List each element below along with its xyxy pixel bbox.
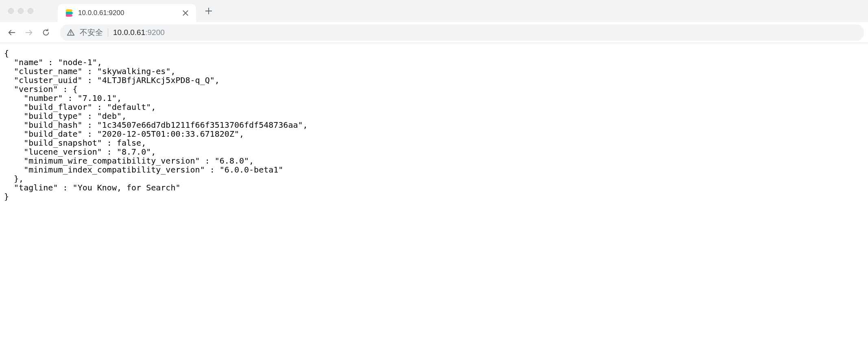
tab-title: 10.0.0.61:9200 — [78, 9, 177, 17]
traffic-light-minimize[interactable] — [18, 8, 24, 14]
svg-point-1 — [70, 34, 71, 35]
url-port: :9200 — [145, 28, 165, 37]
elasticsearch-favicon-icon — [65, 9, 73, 17]
new-tab-button[interactable] — [202, 4, 216, 18]
reload-icon — [41, 28, 50, 37]
address-bar[interactable]: 不安全 10.0.0.61:9200 — [60, 24, 864, 41]
json-name: node-1 — [63, 57, 92, 67]
close-icon — [183, 10, 188, 16]
json-build-type: deb — [102, 111, 117, 121]
arrow-right-icon — [24, 28, 33, 37]
browser-tab[interactable]: 10.0.0.61:9200 — [58, 4, 196, 22]
omnibox-divider — [108, 28, 108, 37]
traffic-lights — [0, 8, 33, 14]
json-tagline: You Know, for Search — [78, 183, 176, 192]
insecure-label: 不安全 — [80, 27, 103, 38]
forward-button[interactable] — [21, 25, 37, 40]
json-build-hash: 1c34507e66d7db1211f66f3513706fdf548736aa — [102, 120, 298, 130]
json-cluster-name: skywalking-es — [102, 66, 166, 76]
json-build-flavor: default — [112, 102, 146, 112]
insecure-warning-icon — [67, 28, 75, 37]
json-lucene-version: 8.7.0 — [122, 147, 146, 157]
traffic-light-zoom[interactable] — [28, 8, 33, 14]
window-chrome: 10.0.0.61:9200 — [0, 0, 868, 22]
traffic-light-close[interactable] — [8, 8, 14, 14]
json-response-body: { "name" : "node-1", "cluster_name" : "s… — [0, 43, 868, 207]
browser-toolbar: 不安全 10.0.0.61:9200 — [0, 22, 868, 43]
json-build-date: 2020-12-05T01:00:33.671820Z — [102, 129, 234, 139]
arrow-left-icon — [7, 28, 16, 37]
reload-button[interactable] — [38, 25, 54, 40]
json-build-snapshot: false — [117, 138, 141, 148]
tab-close-button[interactable] — [182, 10, 189, 16]
json-min-wire-compat: 6.8.0 — [220, 156, 244, 166]
json-min-index-compat: 6.0.0-beta1 — [225, 165, 278, 175]
url-text: 10.0.0.61:9200 — [113, 28, 165, 37]
back-button[interactable] — [4, 25, 20, 40]
url-host: 10.0.0.61 — [113, 28, 145, 37]
json-version-number: 7.10.1 — [83, 93, 112, 103]
json-cluster-uuid: 4LTJBfjARLKcj5xPD8-q_Q — [102, 75, 210, 85]
plus-icon — [205, 7, 212, 15]
